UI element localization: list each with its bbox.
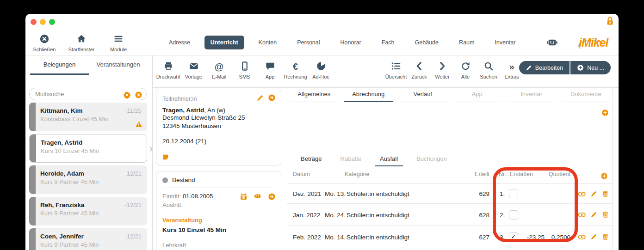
list-item-reh[interactable]: Reh, Franziska-12/21 Kurs 9 Partner 45 M… (29, 197, 147, 226)
table-row[interactable]: Feb. 2022 Mo. 14. Schüler:in entschuldig… (287, 226, 613, 248)
col-kategorie: Kategorie (345, 171, 370, 177)
table-row[interactable]: Jan. 2022 Mo. 24. Schüler:in entschuldig… (287, 203, 613, 226)
cell-datum: Feb. 2022 (293, 233, 321, 240)
table-header: Datum Kategorie Erteilt Nr. Erstatten Qu… (287, 171, 613, 180)
pencil-icon[interactable] (590, 211, 597, 219)
eintritt-label: Eintritt: (162, 193, 181, 200)
tool-vorlage[interactable]: Vorlage (181, 60, 206, 80)
veranstaltung-value: Kurs 10 Einzel 45 Min (162, 226, 275, 233)
close-module-button[interactable]: Schließen (26, 34, 63, 53)
nav-gebaeude[interactable]: Gebäude (409, 36, 445, 49)
tool-rechnung[interactable]: €Rechnung (283, 60, 308, 80)
item-subtitle: Kurs 9 Partner 45 Min (40, 178, 142, 185)
modules-button[interactable]: Module (100, 34, 137, 53)
nav-inventar[interactable]: Inventar (489, 36, 521, 49)
toolbar-actions: Druckwahl Vorlage @E-Mail SMS App €Rechn… (155, 60, 334, 80)
tool-adhoc[interactable]: Ad-Hoc (308, 60, 334, 80)
nav-raum[interactable]: Raum (453, 36, 480, 49)
search-icon (477, 60, 500, 72)
note-icon[interactable] (162, 152, 169, 161)
pencil-icon[interactable] (256, 93, 264, 102)
zoom-window-button[interactable] (49, 19, 55, 25)
row-separator (287, 248, 613, 248)
plus-circle-icon (577, 64, 584, 71)
list-item-kittmann[interactable]: Kittmann, Kim-11/25 Kontrabass Einzel 45… (29, 103, 147, 131)
eye-icon[interactable] (578, 233, 586, 240)
gear-icon[interactable] (123, 91, 131, 99)
desktop-background: Schließen Startfenster Module Adresse Un… (0, 0, 644, 250)
eye-icon[interactable] (578, 190, 586, 197)
item-name: Reh, Franziska (40, 201, 84, 208)
search-input[interactable] (35, 89, 109, 99)
pencil-icon[interactable] (590, 190, 597, 197)
tool-email[interactable]: @E-Mail (206, 60, 232, 80)
nav-fach[interactable]: Fach (376, 36, 401, 49)
window-body: Belegungen Veranstaltungen Kittmann, Kim… (25, 55, 619, 250)
clear-search-icon[interactable] (135, 91, 142, 99)
tab-abrechnung[interactable]: Abrechnung (344, 91, 394, 102)
tool-app[interactable]: App (257, 60, 283, 80)
new-button[interactable]: Neu ... (570, 61, 611, 74)
col-erteilt: Erteilt (463, 171, 489, 177)
nav-konten[interactable]: Konten (253, 36, 283, 49)
erstatten-checkbox[interactable] (509, 189, 518, 198)
add-icon[interactable] (601, 108, 609, 116)
item-left-bar (29, 165, 36, 194)
item-name: Herolde, Adam (40, 170, 84, 177)
nav-adresse[interactable]: Adresse (163, 36, 196, 49)
calendar-icon[interactable] (240, 192, 248, 200)
subtab-ausfall[interactable]: Ausfall (375, 155, 403, 166)
tab-verlauf[interactable]: Verlauf (398, 91, 448, 102)
robot-icon[interactable] (254, 192, 262, 201)
eye-icon[interactable] (578, 211, 586, 218)
erstatten-checkbox[interactable] (509, 210, 518, 220)
list-item-herolde[interactable]: Herolde, Adam-12/21 Kurs 9 Partner 45 Mi… (29, 165, 147, 194)
tool-alle[interactable]: Alle (454, 60, 477, 80)
table-row[interactable]: Dez. 2021 Mo. 13. Schüler:in entschuldig… (287, 183, 613, 203)
tool-suchen[interactable]: Suchen (477, 60, 500, 80)
tab-veranstaltungen[interactable]: Veranstaltungen (89, 61, 148, 68)
tab-allgemeines[interactable]: Allgemeines (289, 91, 339, 102)
modules-label: Module (110, 47, 127, 52)
trash-icon[interactable] (602, 233, 609, 241)
veranstaltung-link[interactable]: Veranstaltung (162, 217, 202, 224)
subtab-betraege[interactable]: Beträge (301, 155, 322, 166)
participant-name: Tragen, Astrid (162, 107, 204, 114)
nav-honorar[interactable]: Honorar (334, 36, 367, 49)
participant-card: Teilnehmer:in Tragen, Astrid, An (w) Des… (156, 89, 281, 165)
item-name: Kittmann, Kim (40, 107, 83, 114)
tool-zurueck[interactable]: Zurück (408, 60, 431, 80)
tab-belegungen[interactable]: Belegungen (30, 61, 89, 75)
tool-sms[interactable]: SMS (232, 60, 257, 80)
trash-icon[interactable] (602, 190, 609, 197)
start-window-button[interactable]: Startfenster (63, 34, 100, 53)
item-left-bar (29, 228, 36, 250)
minimize-window-button[interactable] (40, 19, 46, 25)
trash-icon[interactable] (602, 211, 609, 219)
refresh-icon (454, 60, 477, 72)
tool-weiter[interactable]: Weiter (431, 60, 454, 80)
pencil-icon[interactable] (590, 233, 597, 241)
nav-unterricht[interactable]: Unterricht (204, 36, 244, 49)
lehrkraft-label: Lehrkraft (162, 242, 275, 249)
list-item-tragen-selected[interactable]: Tragen, Astrid Kurs 10 Einzel 45 Min (29, 134, 147, 163)
edit-button[interactable]: Bearbeiten (519, 61, 570, 74)
subtab-buchungen: Buchungen (416, 155, 447, 166)
arrow-circle-icon[interactable] (268, 192, 276, 200)
robot-assistant-icon[interactable] (546, 37, 558, 49)
cell-erteilt: 629 (463, 190, 489, 197)
tool-uebersicht[interactable]: Übersicht (384, 60, 408, 80)
multisearch-box (29, 88, 147, 100)
tool-druckwahl[interactable]: Druckwahl (155, 60, 181, 80)
add-row-icon[interactable] (601, 171, 608, 180)
main-area: Druckwahl Vorlage @E-Mail SMS App €Rechn… (153, 55, 619, 250)
list-item-coen[interactable]: Coen, Jennifer-12/21 Kurs 9 Partner 45 M… (29, 228, 147, 250)
arrow-circle-icon[interactable] (268, 93, 276, 102)
item-subtitle: Kurs 10 Einzel 45 Min (41, 147, 141, 154)
item-left-bar (29, 103, 36, 131)
nav-personal[interactable]: Personal (291, 36, 326, 49)
cell-tag: Mo. 14. (325, 233, 346, 240)
sidebar-tabs: Belegungen Veranstaltungen (25, 61, 152, 76)
subtab-rabatte: Rabatte (341, 155, 362, 166)
close-window-button[interactable] (31, 19, 37, 25)
